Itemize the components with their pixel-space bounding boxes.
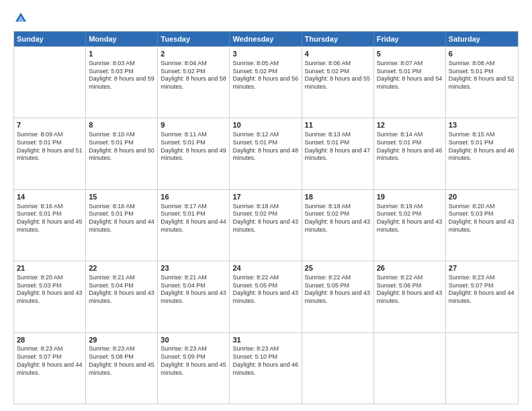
day-number: 9	[161, 120, 226, 130]
calendar-cell: 13Sunrise: 8:15 AM Sunset: 5:01 PM Dayli…	[446, 118, 518, 189]
calendar-row-0: 1Sunrise: 8:03 AM Sunset: 5:03 PM Daylig…	[14, 46, 518, 118]
day-number: 19	[377, 192, 443, 202]
cell-info: Sunrise: 8:22 AM Sunset: 5:06 PM Dayligh…	[377, 274, 443, 306]
cell-info: Sunrise: 8:16 AM Sunset: 5:01 PM Dayligh…	[89, 203, 154, 234]
day-number: 29	[89, 335, 154, 345]
calendar-cell: 28Sunrise: 8:23 AM Sunset: 5:07 PM Dayli…	[14, 333, 86, 404]
page: SundayMondayTuesdayWednesdayThursdayFrid…	[0, 0, 532, 411]
calendar-cell	[374, 333, 446, 404]
cell-info: Sunrise: 8:22 AM Sunset: 5:05 PM Dayligh…	[232, 274, 298, 306]
calendar-cell: 7Sunrise: 8:09 AM Sunset: 5:01 PM Daylig…	[14, 118, 86, 189]
calendar-cell: 19Sunrise: 8:19 AM Sunset: 5:02 PM Dayli…	[374, 190, 446, 261]
calendar-cell: 3Sunrise: 8:05 AM Sunset: 5:02 PM Daylig…	[230, 47, 302, 118]
cell-info: Sunrise: 8:13 AM Sunset: 5:01 PM Dayligh…	[305, 131, 371, 163]
calendar: SundayMondayTuesdayWednesdayThursdayFrid…	[13, 31, 519, 404]
cell-info: Sunrise: 8:04 AM Sunset: 5:02 PM Dayligh…	[161, 60, 226, 91]
calendar-cell: 4Sunrise: 8:06 AM Sunset: 5:02 PM Daylig…	[302, 47, 374, 118]
calendar-cell: 20Sunrise: 8:20 AM Sunset: 5:03 PM Dayli…	[446, 190, 518, 261]
cell-info: Sunrise: 8:18 AM Sunset: 5:02 PM Dayligh…	[232, 203, 298, 234]
cell-info: Sunrise: 8:16 AM Sunset: 5:01 PM Dayligh…	[17, 203, 83, 234]
calendar-cell: 9Sunrise: 8:11 AM Sunset: 5:01 PM Daylig…	[158, 118, 230, 189]
calendar-row-3: 21Sunrise: 8:20 AM Sunset: 5:03 PM Dayli…	[14, 261, 518, 332]
header-day-tuesday: Tuesday	[158, 32, 230, 46]
calendar-cell: 2Sunrise: 8:04 AM Sunset: 5:02 PM Daylig…	[158, 47, 230, 118]
calendar-header: SundayMondayTuesdayWednesdayThursdayFrid…	[14, 32, 518, 46]
day-number: 20	[449, 192, 515, 202]
calendar-body: 1Sunrise: 8:03 AM Sunset: 5:03 PM Daylig…	[14, 46, 518, 404]
cell-info: Sunrise: 8:19 AM Sunset: 5:02 PM Dayligh…	[377, 203, 443, 234]
day-number: 14	[17, 192, 83, 202]
calendar-cell: 30Sunrise: 8:23 AM Sunset: 5:09 PM Dayli…	[158, 333, 230, 404]
cell-info: Sunrise: 8:23 AM Sunset: 5:09 PM Dayligh…	[161, 345, 226, 377]
cell-info: Sunrise: 8:10 AM Sunset: 5:01 PM Dayligh…	[89, 131, 154, 163]
day-number: 15	[89, 192, 154, 202]
cell-info: Sunrise: 8:23 AM Sunset: 5:07 PM Dayligh…	[449, 274, 515, 306]
cell-info: Sunrise: 8:12 AM Sunset: 5:01 PM Dayligh…	[232, 131, 298, 163]
calendar-cell: 12Sunrise: 8:14 AM Sunset: 5:01 PM Dayli…	[374, 118, 446, 189]
logo	[13, 11, 30, 26]
day-number: 11	[305, 120, 371, 130]
cell-info: Sunrise: 8:17 AM Sunset: 5:01 PM Dayligh…	[161, 203, 226, 234]
day-number: 21	[17, 263, 83, 273]
calendar-cell: 18Sunrise: 8:18 AM Sunset: 5:02 PM Dayli…	[302, 190, 374, 261]
day-number: 13	[449, 120, 515, 130]
calendar-cell: 15Sunrise: 8:16 AM Sunset: 5:01 PM Dayli…	[86, 190, 158, 261]
calendar-cell: 5Sunrise: 8:07 AM Sunset: 5:01 PM Daylig…	[374, 47, 446, 118]
cell-info: Sunrise: 8:09 AM Sunset: 5:01 PM Dayligh…	[17, 131, 83, 163]
day-number: 18	[305, 192, 371, 202]
day-number: 5	[377, 49, 443, 59]
calendar-cell: 10Sunrise: 8:12 AM Sunset: 5:01 PM Dayli…	[230, 118, 302, 189]
calendar-row-1: 7Sunrise: 8:09 AM Sunset: 5:01 PM Daylig…	[14, 118, 518, 189]
cell-info: Sunrise: 8:23 AM Sunset: 5:07 PM Dayligh…	[17, 345, 83, 377]
cell-info: Sunrise: 8:20 AM Sunset: 5:03 PM Dayligh…	[17, 274, 83, 306]
calendar-cell: 22Sunrise: 8:21 AM Sunset: 5:04 PM Dayli…	[86, 261, 158, 332]
calendar-cell: 14Sunrise: 8:16 AM Sunset: 5:01 PM Dayli…	[14, 190, 86, 261]
cell-info: Sunrise: 8:06 AM Sunset: 5:02 PM Dayligh…	[305, 60, 371, 91]
cell-info: Sunrise: 8:05 AM Sunset: 5:02 PM Dayligh…	[232, 60, 298, 91]
day-number: 12	[377, 120, 443, 130]
cell-info: Sunrise: 8:21 AM Sunset: 5:04 PM Dayligh…	[161, 274, 226, 306]
day-number: 17	[232, 192, 298, 202]
calendar-cell: 31Sunrise: 8:23 AM Sunset: 5:10 PM Dayli…	[230, 333, 302, 404]
cell-info: Sunrise: 8:15 AM Sunset: 5:01 PM Dayligh…	[449, 131, 515, 163]
cell-info: Sunrise: 8:18 AM Sunset: 5:02 PM Dayligh…	[305, 203, 371, 234]
header-day-sunday: Sunday	[14, 32, 86, 46]
day-number: 16	[161, 192, 226, 202]
calendar-cell: 27Sunrise: 8:23 AM Sunset: 5:07 PM Dayli…	[446, 261, 518, 332]
calendar-cell: 16Sunrise: 8:17 AM Sunset: 5:01 PM Dayli…	[158, 190, 230, 261]
day-number: 10	[232, 120, 298, 130]
day-number: 24	[232, 263, 298, 273]
calendar-cell: 29Sunrise: 8:23 AM Sunset: 5:08 PM Dayli…	[86, 333, 158, 404]
calendar-cell	[302, 333, 374, 404]
day-number: 2	[161, 49, 226, 59]
cell-info: Sunrise: 8:07 AM Sunset: 5:01 PM Dayligh…	[377, 60, 443, 91]
calendar-cell: 17Sunrise: 8:18 AM Sunset: 5:02 PM Dayli…	[230, 190, 302, 261]
calendar-cell: 25Sunrise: 8:22 AM Sunset: 5:05 PM Dayli…	[302, 261, 374, 332]
day-number: 23	[161, 263, 226, 273]
day-number: 1	[89, 49, 154, 59]
cell-info: Sunrise: 8:22 AM Sunset: 5:05 PM Dayligh…	[305, 274, 371, 306]
cell-info: Sunrise: 8:21 AM Sunset: 5:04 PM Dayligh…	[89, 274, 154, 306]
header	[13, 11, 519, 26]
cell-info: Sunrise: 8:23 AM Sunset: 5:08 PM Dayligh…	[89, 345, 154, 377]
calendar-cell	[446, 333, 518, 404]
header-day-friday: Friday	[374, 32, 446, 46]
logo-icon	[13, 11, 28, 26]
day-number: 26	[377, 263, 443, 273]
day-number: 28	[17, 335, 83, 345]
cell-info: Sunrise: 8:20 AM Sunset: 5:03 PM Dayligh…	[449, 203, 515, 234]
day-number: 3	[232, 49, 298, 59]
day-number: 6	[449, 49, 515, 59]
day-number: 25	[305, 263, 371, 273]
cell-info: Sunrise: 8:11 AM Sunset: 5:01 PM Dayligh…	[161, 131, 226, 163]
cell-info: Sunrise: 8:14 AM Sunset: 5:01 PM Dayligh…	[377, 131, 443, 163]
day-number: 31	[232, 335, 298, 345]
calendar-cell: 1Sunrise: 8:03 AM Sunset: 5:03 PM Daylig…	[86, 47, 158, 118]
cell-info: Sunrise: 8:23 AM Sunset: 5:10 PM Dayligh…	[232, 345, 298, 377]
header-day-thursday: Thursday	[302, 32, 374, 46]
cell-info: Sunrise: 8:03 AM Sunset: 5:03 PM Dayligh…	[89, 60, 154, 91]
header-day-monday: Monday	[86, 32, 158, 46]
header-day-saturday: Saturday	[446, 32, 518, 46]
calendar-cell: 11Sunrise: 8:13 AM Sunset: 5:01 PM Dayli…	[302, 118, 374, 189]
day-number: 8	[89, 120, 154, 130]
